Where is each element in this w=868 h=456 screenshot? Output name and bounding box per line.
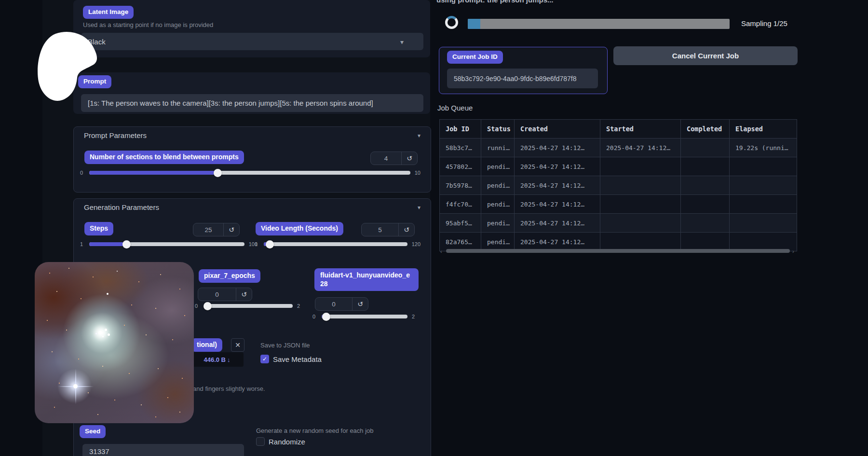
table-row[interactable]: 95abf5… pendi… 2025-04-27 14:12…	[440, 214, 797, 233]
col-header-job-id[interactable]: Job ID	[440, 120, 481, 138]
cell-elapsed	[730, 176, 797, 195]
cell-status: pendi…	[481, 176, 515, 195]
prompt-input-value: [1s: The person waves to the camera][3s:…	[88, 99, 373, 107]
cell-status: pendi…	[481, 195, 515, 214]
scroll-right-icon[interactable]: ›	[792, 249, 794, 254]
lora-note: s and fingers slightly worse.	[188, 385, 265, 392]
reset-icon[interactable]: ↺	[236, 288, 252, 301]
seed-input[interactable]: 31337	[82, 444, 244, 456]
lora2-numbox[interactable]: 0 ↺	[315, 297, 368, 311]
cell-completed	[681, 195, 730, 214]
col-header-created[interactable]: Created	[515, 120, 600, 138]
slider-track[interactable]	[204, 304, 293, 308]
checkbox-checked-icon[interactable]: ✓	[260, 355, 269, 363]
cell-status: pendi…	[481, 214, 515, 233]
lora2-slider[interactable]: 0 2	[312, 314, 417, 319]
lora2-badge: fluidart-v1_hunyuanvideo_e28	[314, 268, 419, 291]
reset-icon[interactable]: ↺	[401, 152, 417, 165]
reset-icon[interactable]: ↺	[398, 223, 414, 236]
lora1-slider[interactable]: 0 2	[195, 303, 302, 309]
prompt-parameters-title[interactable]: Prompt Parameters	[84, 131, 147, 139]
cancel-current-job-button[interactable]: Cancel Current Job	[613, 46, 798, 65]
slider-min-label: 1	[255, 241, 259, 247]
slider-track[interactable]	[322, 315, 407, 318]
checkbox-unchecked[interactable]	[256, 437, 265, 446]
cell-elapsed: 19.22s (runni…	[730, 138, 797, 157]
chevron-down-icon[interactable]: ▾	[400, 38, 404, 46]
slider-thumb[interactable]	[122, 240, 131, 249]
slider-thumb[interactable]	[266, 240, 274, 249]
collapse-chevron-icon[interactable]: ▾	[418, 132, 420, 139]
job-queue-table: Job ID Status Created Started Completed …	[439, 119, 797, 251]
progress-fill	[468, 19, 480, 29]
slider-track[interactable]	[89, 242, 244, 246]
generation-parameters-title[interactable]: Generation Parameters	[84, 203, 159, 211]
col-header-completed[interactable]: Completed	[681, 120, 730, 138]
lora1-numbox[interactable]: 0 ↺	[198, 288, 252, 301]
steps-numbox[interactable]: 25 ↺	[193, 223, 240, 236]
slider-fill	[89, 171, 217, 175]
slider-max-label: 120	[412, 241, 420, 247]
table-row[interactable]: f4fc70… pendi… 2025-04-27 14:12…	[440, 195, 797, 214]
randomize-checkbox[interactable]: Randomize	[256, 437, 305, 446]
cell-started	[600, 157, 681, 176]
nebula-image-overlay	[35, 262, 194, 423]
latent-image-dropdown[interactable]: Black	[81, 33, 423, 50]
video-length-slider[interactable]: 1 120	[255, 241, 420, 247]
slider-min-label: 0	[80, 170, 85, 176]
cell-status: pendi…	[481, 157, 515, 176]
blend-sections-value[interactable]: 4	[371, 152, 401, 165]
steps-value[interactable]: 25	[193, 223, 223, 236]
table-row[interactable]: 7b5978… pendi… 2025-04-27 14:12…	[440, 176, 797, 195]
table-row[interactable]: 457802… pendi… 2025-04-27 14:12…	[440, 157, 797, 176]
slider-track[interactable]	[89, 171, 410, 175]
col-header-elapsed[interactable]: Elapsed	[730, 120, 797, 138]
cell-completed	[681, 214, 730, 233]
cell-completed	[681, 233, 730, 251]
cell-job-id: 457802…	[440, 157, 481, 176]
app-root: Latent Image Used as a starting point if…	[0, 0, 868, 456]
slider-thumb[interactable]	[214, 169, 222, 177]
video-length-value[interactable]: 5	[362, 223, 398, 236]
cell-job-id: 7b5978…	[440, 176, 481, 195]
cell-started: 2025-04-27 14:12…	[600, 138, 681, 157]
reset-icon[interactable]: ↺	[352, 298, 368, 310]
steps-slider[interactable]: 1 100	[80, 241, 258, 247]
blend-sections-slider[interactable]: 0 10	[80, 170, 420, 176]
prompt-input[interactable]: [1s: The person waves to the camera][3s:…	[81, 94, 423, 112]
slider-min-label: 0	[312, 314, 317, 319]
col-header-started[interactable]: Started	[600, 120, 681, 138]
cell-started	[600, 195, 681, 214]
current-job-id-field[interactable]: 58b3c792-9e90-4aa0-9fdc-b89e6fd787f8	[447, 69, 598, 88]
blend-sections-badge: Number of sections to blend between prom…	[84, 151, 244, 164]
lora1-badge: pixar_7_epochs	[199, 269, 260, 283]
slider-max-label: 2	[297, 303, 302, 309]
star-cluster	[98, 331, 102, 334]
seed-input-value: 31337	[89, 447, 109, 456]
close-icon[interactable]: ✕	[231, 338, 244, 352]
slider-track[interactable]	[264, 242, 407, 246]
scroll-left-icon[interactable]: ‹	[440, 249, 442, 254]
slider-thumb[interactable]	[203, 302, 212, 310]
col-header-status[interactable]: Status	[481, 120, 515, 138]
table-row[interactable]: 58b3c7… runni… 2025-04-27 14:12… 2025-04…	[440, 138, 797, 157]
cell-started	[600, 214, 681, 233]
cell-status: runni…	[481, 138, 515, 157]
cell-completed	[681, 157, 730, 176]
table-row[interactable]: 82a765… pendi… 2025-04-27 14:12…	[440, 233, 797, 251]
cell-completed	[681, 138, 730, 157]
table-hscrollbar[interactable]	[446, 249, 790, 253]
slider-thumb[interactable]	[322, 313, 330, 321]
slider-fill	[89, 242, 126, 246]
reset-icon[interactable]: ↺	[223, 223, 239, 236]
cell-elapsed	[730, 157, 797, 176]
lora1-value[interactable]: 0	[198, 288, 236, 301]
video-length-numbox[interactable]: 5 ↺	[361, 223, 415, 236]
slider-min-label: 1	[80, 241, 85, 247]
lora2-value[interactable]: 0	[315, 298, 352, 310]
save-metadata-checkbox[interactable]: ✓ Save Metadata	[260, 355, 322, 363]
collapse-chevron-icon[interactable]: ▾	[418, 204, 420, 211]
blend-sections-numbox[interactable]: 4 ↺	[370, 152, 418, 165]
cell-started	[600, 176, 681, 195]
metadata-file-link[interactable]: 446.0 B ↓	[190, 352, 244, 367]
